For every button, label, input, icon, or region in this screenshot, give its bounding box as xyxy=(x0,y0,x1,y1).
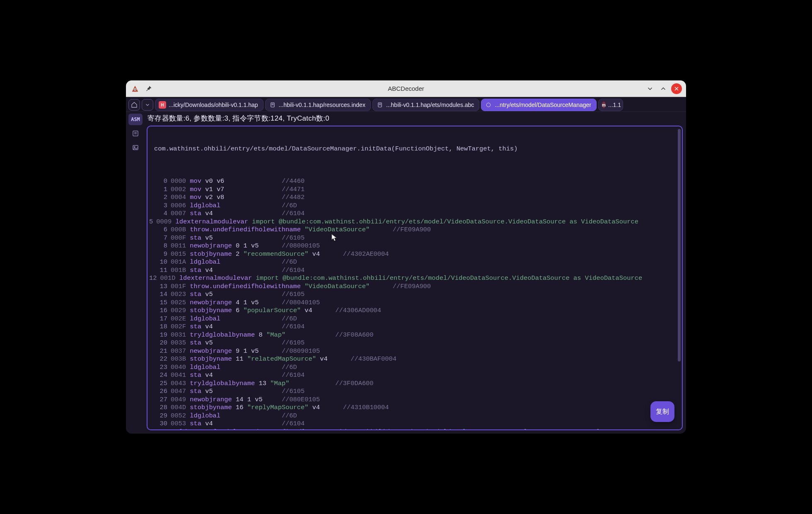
tab-label: ...hbili-v0.1.1.hap/resources.index xyxy=(279,102,365,108)
instruction-row: 140023 sta v5 //6105 xyxy=(149,291,678,299)
line-number: 7 xyxy=(149,234,171,242)
sidebar-asm-button[interactable]: ASM xyxy=(128,114,143,125)
instruction-text: 0047 sta v5 //6105 xyxy=(171,388,678,396)
tab-label: ...ntry/ets/model/DataSourceManager xyxy=(495,102,591,108)
svg-point-1 xyxy=(135,89,136,90)
instruction-text: 0004 mov v2 v8 //4482 xyxy=(171,194,678,202)
instruction-row: 6000B throw.undefinedifholewithname "Vid… xyxy=(149,226,678,234)
instruction-row: 10002 mov v1 v7 //4471 xyxy=(149,186,678,194)
sidebar-list-button[interactable] xyxy=(128,128,143,139)
tab-label: ...1.1 xyxy=(608,102,621,108)
close-button[interactable] xyxy=(671,83,682,94)
vertical-scrollbar[interactable] xyxy=(678,129,681,427)
instruction-row: 50009 ldexternalmodulevar import @bundle… xyxy=(149,218,678,226)
instruction-text: 003B stobjbyname 11 "relatedMapSource" v… xyxy=(171,355,678,364)
instruction-text: 001F throw.undefinedifholewithname "Vide… xyxy=(171,283,678,291)
titlebar[interactable]: ABCDecoder xyxy=(126,80,686,97)
tab-label: ...hbili-v0.1.1.hap/ets/modules.abc xyxy=(386,102,474,108)
line-number: 31 xyxy=(149,428,160,430)
instruction-text: 0055 ldexternalmodulevar import @bundle:… xyxy=(160,428,682,430)
hap-icon: H xyxy=(159,101,166,109)
sidebar-image-button[interactable] xyxy=(128,142,143,153)
instruction-row: 20004 mov v2 v8 //4482 xyxy=(149,194,678,202)
window-title: ABCDecoder xyxy=(126,85,686,92)
line-number: 6 xyxy=(149,226,171,234)
instruction-text: 0052 ldglobal //6D xyxy=(171,412,678,420)
line-number: 20 xyxy=(149,339,171,347)
instruction-row: 12001D ldexternalmodulevar import @bundl… xyxy=(149,274,678,283)
line-number: 10 xyxy=(149,258,171,267)
instruction-text: 0025 newobjrange 4 1 v5 //08040105 xyxy=(171,299,678,307)
instruction-text: 0011 newobjrange 0 1 v5 //08000105 xyxy=(171,242,678,250)
line-number: 26 xyxy=(149,388,171,396)
svg-point-15 xyxy=(134,146,135,147)
instruction-text: 0009 ldexternalmodulevar import @bundle:… xyxy=(156,218,682,226)
instruction-row: 210037 newobjrange 9 1 v5 //08090105 xyxy=(149,347,678,356)
line-number: 16 xyxy=(149,307,171,315)
instruction-text: 0015 stobjbyname 2 "recommendSource" v4 … xyxy=(171,250,678,259)
instruction-text: 001B sta v4 //6104 xyxy=(171,267,678,275)
instruction-row: 22003B stobjbyname 11 "relatedMapSource"… xyxy=(149,355,678,364)
instruction-row: 300053 sta v4 //6104 xyxy=(149,420,678,428)
tab-overflow[interactable]: m ...1.1 xyxy=(598,99,623,111)
line-number: 13 xyxy=(149,283,171,291)
instruction-row: 40007 sta v4 //6104 xyxy=(149,210,678,218)
method-signature: com.wathinst.ohbili/entry/ets/model/Data… xyxy=(149,145,678,153)
instruction-row: 00000 mov v0 v6 //4460 xyxy=(149,177,678,186)
instruction-text: 0023 sta v5 //6105 xyxy=(171,291,678,299)
tab-modules-abc[interactable]: ...hbili-v0.1.1.hap/ets/modules.abc xyxy=(372,99,479,111)
status-line: 寄存器数量:6, 参数数量:3, 指令字节数:124, TryCatch数:0 xyxy=(145,112,686,125)
instruction-row: 30006 ldglobal //6D xyxy=(149,202,678,210)
line-number: 23 xyxy=(149,364,171,372)
line-number: 4 xyxy=(149,210,171,218)
instruction-text: 0000 mov v0 v6 //4460 xyxy=(171,177,678,186)
line-number: 25 xyxy=(149,380,171,388)
copy-button[interactable]: 复制 xyxy=(650,401,674,422)
tab-strip: H ...icky/Downloads/ohbili-v0.1.1.hap ..… xyxy=(126,97,686,112)
line-number: 29 xyxy=(149,412,171,420)
instruction-text: 0041 sta v4 //6104 xyxy=(171,371,678,380)
instruction-row: 230040 ldglobal //6D xyxy=(149,364,678,372)
tab-file-hap[interactable]: H ...icky/Downloads/ohbili-v0.1.1.hap xyxy=(155,99,263,111)
tab-resources-index[interactable]: ...hbili-v0.1.1.hap/resources.index xyxy=(265,99,371,111)
line-number: 17 xyxy=(149,315,171,323)
instruction-text: 0029 stobjbyname 6 "popularSource" v4 //… xyxy=(171,307,678,315)
line-number: 24 xyxy=(149,371,171,380)
instruction-row: 160029 stobjbyname 6 "popularSource" v4 … xyxy=(149,307,678,315)
instruction-text: 0049 newobjrange 14 1 v5 //080E0105 xyxy=(171,396,678,404)
line-number: 0 xyxy=(149,177,171,186)
tab-datasourcemanager[interactable]: ...ntry/ets/model/DataSourceManager xyxy=(481,99,597,111)
code-icon xyxy=(485,101,492,109)
instruction-text: 0040 ldglobal //6D xyxy=(171,364,678,372)
line-number: 22 xyxy=(149,355,171,364)
instruction-row: 10001A ldglobal //6D xyxy=(149,258,678,267)
instruction-text: 002E ldglobal //6D xyxy=(171,315,678,323)
instruction-text: 0006 ldglobal //6D xyxy=(171,202,678,210)
code-body: com.wathinst.ohbili/entry/ets/model/Data… xyxy=(149,129,678,429)
document-icon xyxy=(376,101,384,109)
instruction-row: 13001F throw.undefinedifholewithname "Vi… xyxy=(149,283,678,291)
scrollbar-thumb[interactable] xyxy=(678,129,681,361)
instruction-row: 28004D stobjbyname 16 "replyMapSource" v… xyxy=(149,404,678,412)
instruction-row: 200035 sta v5 //6105 xyxy=(149,339,678,347)
instruction-row: 310055 ldexternalmodulevar import @bundl… xyxy=(149,428,678,430)
code-frame: com.wathinst.ohbili/entry/ets/model/Data… xyxy=(147,126,683,430)
maximize-button[interactable] xyxy=(658,83,669,94)
line-number: 28 xyxy=(149,404,171,412)
home-button[interactable] xyxy=(128,99,140,111)
code-scroll[interactable]: com.wathinst.ohbili/entry/ets/model/Data… xyxy=(147,126,682,429)
document-icon xyxy=(269,101,276,109)
line-number: 11 xyxy=(149,267,171,275)
tab-dropdown-button[interactable] xyxy=(142,99,153,111)
line-number: 8 xyxy=(149,242,171,250)
minimize-button[interactable] xyxy=(645,83,655,94)
pin-icon[interactable] xyxy=(144,85,152,93)
line-number: 19 xyxy=(149,331,171,339)
tab-label: ...icky/Downloads/ohbili-v0.1.1.hap xyxy=(169,102,258,108)
instruction-text: 002F sta v4 //6104 xyxy=(171,323,678,331)
instruction-text: 0007 sta v4 //6104 xyxy=(171,210,678,218)
line-number: 18 xyxy=(149,323,171,331)
line-number: 3 xyxy=(149,202,171,210)
module-icon: m xyxy=(602,102,606,108)
instruction-row: 150025 newobjrange 4 1 v5 //08040105 xyxy=(149,299,678,307)
